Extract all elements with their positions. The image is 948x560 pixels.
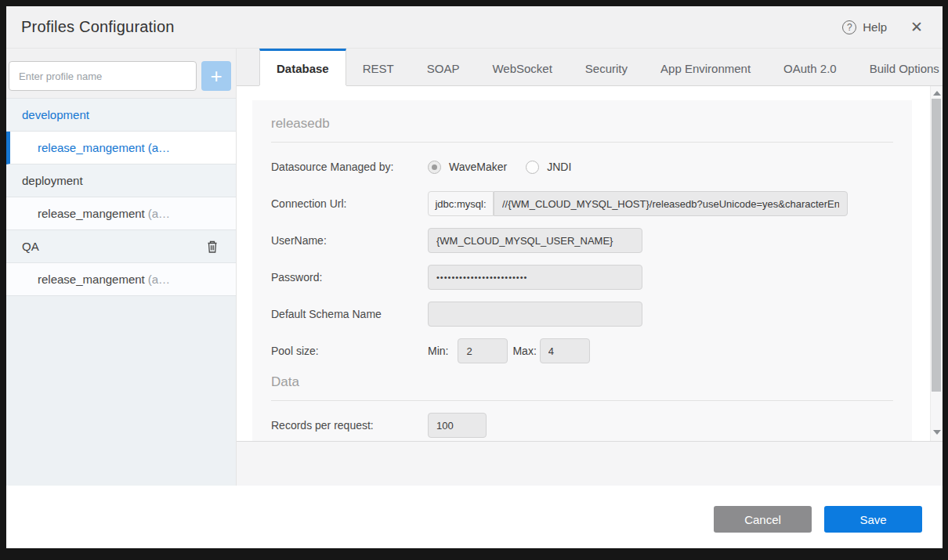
dialog-footer: Cancel Save [6, 486, 943, 548]
password-label: Password: [271, 271, 428, 284]
vertical-scrollbar[interactable] [930, 86, 943, 441]
sidebar-empty-area [6, 296, 236, 486]
pool-max-label: Max: [512, 345, 536, 357]
save-button[interactable]: Save [824, 506, 922, 533]
section-heading-releasedb: releasedb [271, 116, 893, 143]
cancel-button[interactable]: Cancel [714, 506, 812, 533]
help-icon[interactable]: ? [842, 20, 856, 34]
datasource-managed-by-row: Datasource Managed by: WaveMaker JNDI [271, 154, 893, 179]
username-label: UserName: [271, 234, 428, 247]
profiles-configuration-dialog: Profiles Configuration ? Help ✕ + develo… [6, 6, 943, 548]
scroll-up-icon[interactable] [931, 88, 943, 99]
database-tab-panel: releasedb Datasource Managed by: WaveMak… [237, 86, 943, 442]
jndi-radio[interactable] [526, 161, 539, 174]
tab-security[interactable]: Security [569, 49, 644, 85]
profile-item-release-mangement-development[interactable]: release_mangement (a… [6, 132, 236, 164]
username-input[interactable] [428, 228, 642, 253]
scrollbar-thumb[interactable] [932, 99, 941, 392]
tab-panel-footer-strip [237, 442, 943, 486]
default-schema-input[interactable] [428, 302, 642, 327]
pool-size-row: Pool size: Min: Max: [271, 338, 893, 363]
profile-search-row: + [6, 49, 236, 98]
jndi-radio-label: JNDI [547, 161, 571, 173]
pool-max-input[interactable] [540, 338, 590, 363]
profile-group-deployment[interactable]: deployment [6, 164, 236, 197]
records-per-request-row: Records per request: [271, 413, 893, 438]
pool-min-label: Min: [428, 345, 448, 357]
wavemaker-radio[interactable] [428, 161, 441, 174]
close-icon[interactable]: ✕ [910, 20, 923, 34]
tab-soap[interactable]: SOAP [411, 49, 476, 85]
config-tab-bar: Database REST SOAP WebSocket Security Ap… [237, 49, 943, 86]
connection-url-input[interactable] [494, 191, 848, 216]
profiles-list: development release_mangement (a… deploy… [6, 98, 236, 296]
jdbc-protocol-prefix: jdbc:mysql: [428, 191, 494, 216]
connection-url-row: Connection Url: jdbc:mysql: [271, 191, 893, 216]
tab-app-environment[interactable]: App Environment [644, 49, 767, 85]
profile-group-qa[interactable]: QA [6, 230, 236, 263]
delete-profile-icon[interactable] [206, 240, 219, 254]
default-schema-label: Default Schema Name [271, 308, 428, 320]
tab-websocket[interactable]: WebSocket [476, 49, 568, 85]
tab-database[interactable]: Database [259, 49, 346, 85]
tab-oauth-2-0[interactable]: OAuth 2.0 [767, 49, 853, 85]
profile-name-input[interactable] [9, 61, 197, 91]
pool-size-label: Pool size: [271, 345, 428, 357]
tab-rest[interactable]: REST [346, 49, 411, 85]
help-link[interactable]: Help [863, 20, 887, 34]
section-heading-data: Data [271, 374, 893, 401]
profiles-sidebar: + development release_mangement (a… depl… [6, 49, 237, 486]
default-schema-row: Default Schema Name [271, 302, 893, 327]
database-config-form: releasedb Datasource Managed by: WaveMak… [252, 100, 912, 442]
connection-url-label: Connection Url: [271, 197, 428, 210]
password-row: Password: [271, 265, 893, 290]
dialog-title: Profiles Configuration [21, 18, 175, 36]
profile-item-release-mangement-qa[interactable]: release_mangement (a… [6, 263, 236, 296]
username-row: UserName: [271, 228, 893, 253]
scroll-down-icon[interactable] [931, 427, 943, 438]
dialog-header: Profiles Configuration ? Help ✕ [6, 6, 943, 49]
password-input[interactable] [428, 265, 642, 290]
records-per-request-label: Records per request: [271, 419, 428, 432]
pool-min-input[interactable] [458, 338, 508, 363]
records-per-request-input[interactable] [428, 413, 487, 438]
profile-item-release-mangement-deployment[interactable]: release_mangement (a… [6, 197, 236, 230]
tab-build-options[interactable]: Build Options [853, 49, 948, 85]
wavemaker-radio-label: WaveMaker [449, 161, 507, 173]
profile-group-development[interactable]: development [6, 99, 236, 132]
add-profile-button[interactable]: + [201, 61, 231, 91]
datasource-managed-by-label: Datasource Managed by: [271, 161, 428, 173]
